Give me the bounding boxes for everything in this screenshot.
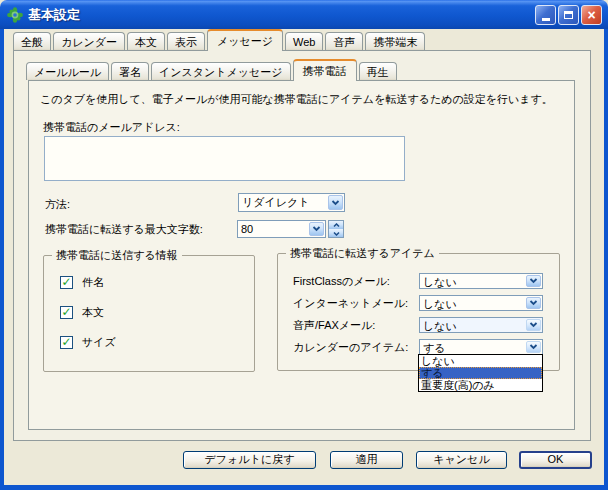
close-button[interactable]: × — [581, 5, 602, 25]
max-chars-label: 携帯電話に転送する最大文字数: — [45, 222, 203, 237]
close-icon: × — [587, 8, 595, 22]
calendar-items-label: カレンダーのアイテム: — [293, 341, 408, 353]
method-select[interactable]: リダイレクト — [238, 193, 345, 212]
method-value: リダイレクト — [239, 194, 327, 211]
subject-checkbox[interactable]: ✓ — [60, 276, 73, 289]
minimize-button[interactable] — [535, 5, 556, 25]
voice-fax-mail-value: しない — [420, 318, 525, 332]
calendar-items-dropdown-list: しない する 重要度(高)のみ — [418, 354, 543, 392]
max-chars-select[interactable]: 80 — [237, 220, 326, 238]
chevron-down-icon[interactable] — [526, 341, 541, 353]
tab-playback[interactable]: 再生 — [359, 62, 397, 80]
internet-mail-label: インターネットメール: — [293, 297, 408, 309]
dropdown-option-yes[interactable]: する — [419, 367, 542, 379]
chevron-down-icon[interactable] — [526, 319, 541, 331]
tab-voice[interactable]: 音声 — [325, 32, 363, 50]
chevron-down-icon[interactable] — [309, 222, 324, 236]
send-info-group-title: 携帯電話に送信する情報 — [52, 249, 182, 262]
forward-row-voice-fax: 音声/FAXメール: しない — [278, 317, 559, 333]
tab-body[interactable]: 本文 — [127, 32, 165, 50]
forward-row-calendar: カレンダーのアイテム: する — [278, 339, 559, 355]
tab-calendar[interactable]: カレンダー — [53, 32, 125, 50]
chevron-down-icon[interactable] — [526, 297, 541, 309]
tab-general[interactable]: 全般 — [13, 32, 51, 50]
tab-message[interactable]: メッセージ — [207, 29, 283, 51]
tab-description: このタブを使用して、電子メールが使用可能な携帯電話にアイテムを転送するための設定… — [40, 92, 565, 107]
internet-mail-value: しない — [420, 296, 525, 310]
firstclass-mail-value: しない — [420, 274, 525, 288]
size-checkbox-label: サイズ — [82, 335, 116, 350]
firstclass-mail-select[interactable]: しない — [419, 273, 543, 289]
dropdown-option-high-priority-only[interactable]: 重要度(高)のみ — [419, 379, 542, 391]
tab-view[interactable]: 表示 — [167, 32, 205, 50]
minimize-icon — [542, 18, 550, 21]
tab-web[interactable]: Web — [285, 32, 323, 50]
voice-fax-mail-select[interactable]: しない — [419, 317, 543, 333]
email-address-input[interactable] — [44, 136, 405, 181]
inner-tab-bar: メールルール 署名 インスタントメッセージ 携帯電話 再生 — [26, 61, 399, 81]
forward-row-internet: インターネットメール: しない — [278, 295, 559, 311]
calendar-items-select[interactable]: する — [419, 339, 543, 355]
window-controls: × — [535, 5, 602, 25]
preferences-dialog: 基本設定 × 全般 カレンダー 本文 表示 メッセージ Web 音声 携帯端末 … — [0, 0, 608, 490]
maximize-icon — [564, 11, 573, 19]
body-checkbox-label: 本文 — [82, 305, 104, 320]
window-border-left — [0, 29, 4, 490]
window-border-bottom — [0, 485, 608, 490]
subject-checkbox-label: 件名 — [82, 275, 104, 290]
email-address-label: 携帯電話のメールアドレス: — [43, 120, 180, 135]
voice-fax-mail-label: 音声/FAXメール: — [293, 319, 375, 331]
checkbox-row-body: ✓ 本文 — [60, 305, 104, 320]
app-flower-icon — [7, 7, 23, 23]
maximize-button[interactable] — [558, 5, 579, 25]
spinner-down-button[interactable] — [329, 229, 343, 237]
max-chars-stepper — [328, 220, 344, 238]
tab-signature[interactable]: 署名 — [111, 62, 149, 80]
chevron-down-icon[interactable] — [526, 275, 541, 287]
tab-mobile-phone[interactable]: 携帯電話 — [293, 59, 357, 81]
titlebar[interactable]: 基本設定 × — [0, 0, 608, 29]
size-checkbox[interactable]: ✓ — [60, 336, 73, 349]
internet-mail-select[interactable]: しない — [419, 295, 543, 311]
restore-defaults-button[interactable]: デフォルトに戻す — [183, 451, 316, 469]
tab-mail-rules[interactable]: メールルール — [26, 62, 109, 80]
tab-instant-message[interactable]: インスタントメッセージ — [151, 62, 291, 80]
apply-button[interactable]: 適用 — [330, 451, 403, 469]
checkbox-row-subject: ✓ 件名 — [60, 275, 104, 290]
calendar-items-value: する — [420, 340, 525, 354]
outer-tab-bar: 全般 カレンダー 本文 表示 メッセージ Web 音声 携帯端末 — [13, 31, 427, 51]
forward-items-group-title: 携帯電話に転送するアイテム — [286, 247, 439, 260]
checkbox-row-size: ✓ サイズ — [60, 335, 116, 350]
window-border-right — [604, 29, 608, 490]
tab-mobile-device[interactable]: 携帯端末 — [365, 32, 425, 50]
send-info-group: 携帯電話に送信する情報 ✓ 件名 ✓ 本文 ✓ サイズ — [43, 255, 255, 372]
ok-button[interactable]: OK — [519, 451, 592, 469]
spinner-up-button[interactable] — [329, 221, 343, 229]
method-label: 方法: — [45, 197, 70, 212]
chevron-down-icon[interactable] — [328, 195, 343, 210]
forward-row-firstclass: FirstClassのメール: しない — [278, 273, 559, 289]
firstclass-mail-label: FirstClassのメール: — [293, 275, 390, 287]
cancel-button[interactable]: キャンセル — [416, 451, 507, 469]
body-checkbox[interactable]: ✓ — [60, 306, 73, 319]
dropdown-option-none[interactable]: しない — [419, 355, 542, 367]
window-title: 基本設定 — [28, 6, 80, 24]
max-chars-value: 80 — [238, 221, 308, 237]
